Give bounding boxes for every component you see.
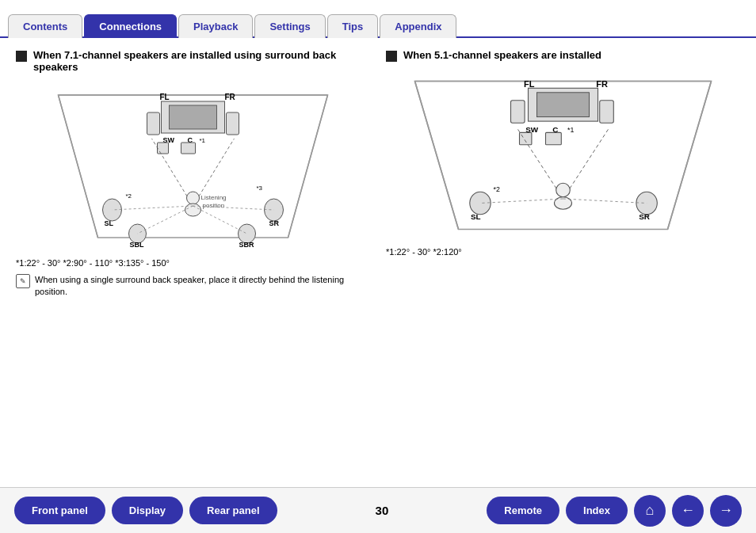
section-51-title: When 5.1-channel speakers are installed — [386, 49, 740, 62]
svg-rect-14 — [181, 143, 196, 154]
svg-point-26 — [185, 204, 201, 216]
svg-rect-40 — [537, 93, 590, 117]
svg-text:*1: *1 — [200, 137, 206, 144]
display-button[interactable]: Display — [112, 497, 183, 524]
forward-button[interactable]: → — [710, 495, 742, 527]
svg-text:*3: *3 — [257, 185, 263, 192]
note-section: ✎ When using a single surround back spea… — [16, 274, 370, 299]
svg-line-59 — [480, 199, 563, 204]
svg-line-1 — [59, 95, 98, 238]
back-arrow-icon: ← — [681, 502, 695, 519]
tab-settings[interactable]: Settings — [254, 14, 325, 38]
home-icon: ⌂ — [646, 502, 655, 519]
svg-rect-44 — [600, 101, 614, 124]
svg-text:*2: *2 — [494, 185, 500, 193]
tab-tips[interactable]: Tips — [327, 14, 379, 38]
svg-text:*1: *1 — [567, 126, 574, 134]
svg-text:SL: SL — [471, 212, 481, 221]
front-panel-button[interactable]: Front panel — [14, 497, 105, 524]
angles-51: *1:22° - 30° *2:120° — [386, 247, 740, 257]
remote-button[interactable]: Remote — [487, 497, 559, 524]
home-button[interactable]: ⌂ — [634, 495, 666, 527]
tab-connections[interactable]: Connections — [84, 14, 177, 38]
tab-contents[interactable]: Contents — [8, 14, 82, 38]
back-button[interactable]: ← — [672, 495, 704, 527]
bottom-bar: Front panel Display Rear panel 30 Remote… — [0, 487, 756, 533]
bottom-nav-left: Front panel Display Rear panel — [14, 497, 277, 524]
section-71-channel: When 7.1-channel speakers are installed … — [16, 49, 370, 299]
svg-line-36 — [415, 82, 459, 230]
diagram-71: FL FR SW C *1 — [16, 79, 370, 253]
svg-text:SL: SL — [105, 219, 114, 227]
index-button[interactable]: Index — [566, 497, 628, 524]
svg-text:FR: FR — [596, 79, 608, 89]
page-number: 30 — [376, 504, 389, 517]
svg-text:FL: FL — [160, 93, 170, 101]
section-71-title: When 7.1-channel speakers are installed … — [16, 49, 370, 73]
rear-panel-button[interactable]: Rear panel — [189, 497, 277, 524]
tab-playback[interactable]: Playback — [178, 14, 253, 38]
svg-line-31 — [113, 206, 193, 210]
svg-line-33 — [138, 206, 193, 234]
svg-rect-48 — [520, 132, 532, 144]
note-icon: ✎ — [16, 274, 30, 288]
svg-text:Listening: Listening — [201, 194, 227, 201]
section-51-channel: When 5.1-channel speakers are installed … — [386, 49, 740, 299]
svg-text:SBR: SBR — [239, 241, 255, 249]
diagram-71-svg: FL FR SW C *1 — [16, 79, 370, 253]
forward-arrow-icon: → — [719, 502, 733, 519]
svg-text:FR: FR — [225, 93, 236, 101]
bottom-nav-right: Remote Index ⌂ ← → — [487, 495, 742, 527]
svg-text:SR: SR — [639, 212, 650, 221]
svg-rect-5 — [170, 105, 217, 129]
svg-point-56 — [556, 183, 571, 197]
top-navigation: Contents Connections Playback Settings T… — [0, 0, 756, 38]
diagram-51: FL FR SW C *1 — [386, 68, 740, 242]
svg-point-25 — [187, 192, 200, 204]
angles-71: *1:22° - 30° *2:90° - 110° *3:135° - 150… — [16, 258, 370, 268]
svg-text:position: position — [203, 202, 225, 209]
svg-rect-13 — [158, 143, 169, 154]
svg-rect-8 — [147, 112, 160, 135]
section-icon — [16, 51, 27, 62]
svg-rect-43 — [511, 101, 525, 124]
svg-line-37 — [668, 82, 712, 230]
svg-text:SBL: SBL — [130, 241, 145, 249]
svg-rect-9 — [227, 112, 239, 135]
svg-line-2 — [288, 95, 328, 238]
section-icon-2 — [386, 51, 397, 62]
svg-rect-49 — [546, 132, 562, 144]
diagram-51-svg: FL FR SW C *1 — [386, 68, 740, 242]
tab-appendix[interactable]: Appendix — [380, 14, 456, 38]
note-text: When using a single surround back speake… — [35, 274, 370, 299]
svg-text:*2: *2 — [126, 192, 132, 200]
svg-text:FL: FL — [524, 79, 535, 89]
svg-line-60 — [563, 199, 647, 204]
svg-text:SR: SR — [269, 219, 280, 227]
main-content: When 7.1-channel speakers are installed … — [0, 38, 756, 306]
